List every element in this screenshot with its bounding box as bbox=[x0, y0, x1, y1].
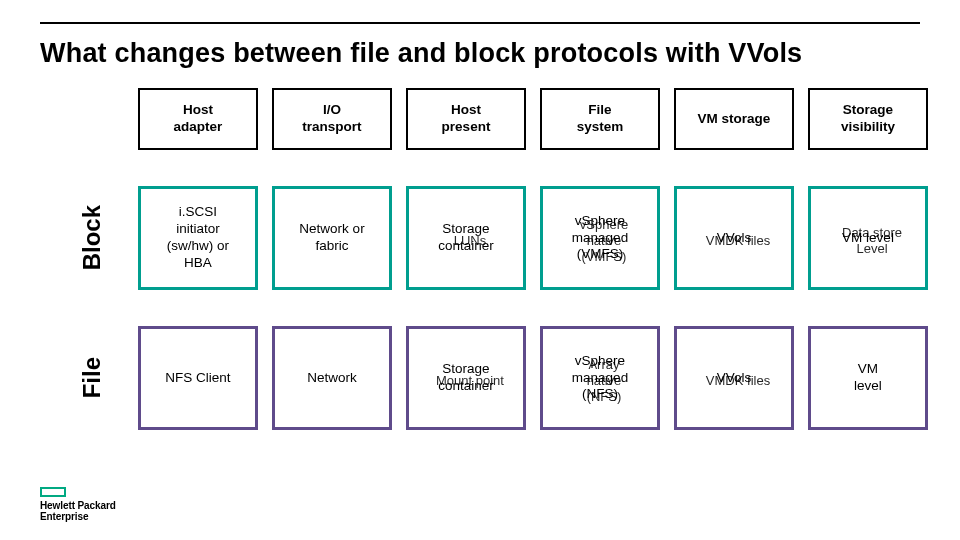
cell-text: VM level bbox=[819, 335, 917, 421]
cell-text: vSphere managed (NFS) bbox=[551, 335, 649, 421]
cell-text: VVols bbox=[685, 335, 783, 421]
file-vm-storage: VMDK files VVols bbox=[674, 326, 794, 430]
col-io-transport: I/O transport bbox=[272, 88, 392, 150]
cell-text: i.SCSI initiator (sw/hw) or HBA bbox=[149, 195, 247, 281]
col-label: Host adapter bbox=[174, 102, 223, 136]
col-label: I/O transport bbox=[302, 102, 361, 136]
slide: What changes between file and block prot… bbox=[0, 0, 960, 540]
block-row: Block i.SCSI initiator (sw/hw) or HBA Ne… bbox=[60, 186, 930, 290]
brand-logo: Hewlett Packard Enterprise bbox=[40, 487, 116, 522]
cell-text: VVols bbox=[685, 195, 783, 281]
col-label: File system bbox=[577, 102, 624, 136]
block-host-present: LUNs Storage container bbox=[406, 186, 526, 290]
header-row: Host adapter I/O transport Host present … bbox=[60, 88, 930, 150]
cell-text: VM level bbox=[819, 195, 917, 281]
top-divider bbox=[40, 22, 920, 24]
cell-text: Storage container bbox=[417, 335, 515, 421]
brand-text: Hewlett Packard Enterprise bbox=[40, 501, 116, 522]
comparison-grid: Host adapter I/O transport Host present … bbox=[60, 88, 930, 466]
block-vm-storage: VMDK files VVols bbox=[674, 186, 794, 290]
header-spacer bbox=[60, 88, 124, 150]
row-label-text: Block bbox=[78, 205, 106, 270]
col-file-system: File system bbox=[540, 88, 660, 150]
col-vm-storage: VM storage bbox=[674, 88, 794, 150]
block-row-label: Block bbox=[60, 186, 124, 290]
file-io-transport: Network bbox=[272, 326, 392, 430]
file-host-present: Mount point Storage container bbox=[406, 326, 526, 430]
block-host-adapter: i.SCSI initiator (sw/hw) or HBA bbox=[138, 186, 258, 290]
col-label: Host present bbox=[442, 102, 491, 136]
col-label: VM storage bbox=[698, 111, 771, 128]
file-storage-visibility: VM level bbox=[808, 326, 928, 430]
file-file-system: Array native (NFS) vSphere managed (NFS) bbox=[540, 326, 660, 430]
block-io-transport: Network or fabric bbox=[272, 186, 392, 290]
cell-text: Storage container bbox=[417, 195, 515, 281]
file-host-adapter: NFS Client bbox=[138, 326, 258, 430]
slide-title: What changes between file and block prot… bbox=[40, 38, 802, 69]
cell-text: Network or fabric bbox=[283, 195, 381, 281]
block-storage-visibility: Data store Level VM level bbox=[808, 186, 928, 290]
brand-bar-icon bbox=[40, 487, 66, 497]
cell-text: vSphere managed (VMFS) bbox=[551, 195, 649, 281]
row-label-text: File bbox=[78, 357, 106, 398]
file-row-label: File bbox=[60, 326, 124, 430]
col-label: Storage visibility bbox=[841, 102, 895, 136]
file-row: File NFS Client Network Mount point Stor… bbox=[60, 326, 930, 430]
col-host-adapter: Host adapter bbox=[138, 88, 258, 150]
col-storage-visibility: Storage visibility bbox=[808, 88, 928, 150]
cell-text: NFS Client bbox=[149, 335, 247, 421]
cell-text: Network bbox=[283, 335, 381, 421]
col-host-present: Host present bbox=[406, 88, 526, 150]
block-file-system: vSphere native (VMFS) vSphere managed (V… bbox=[540, 186, 660, 290]
